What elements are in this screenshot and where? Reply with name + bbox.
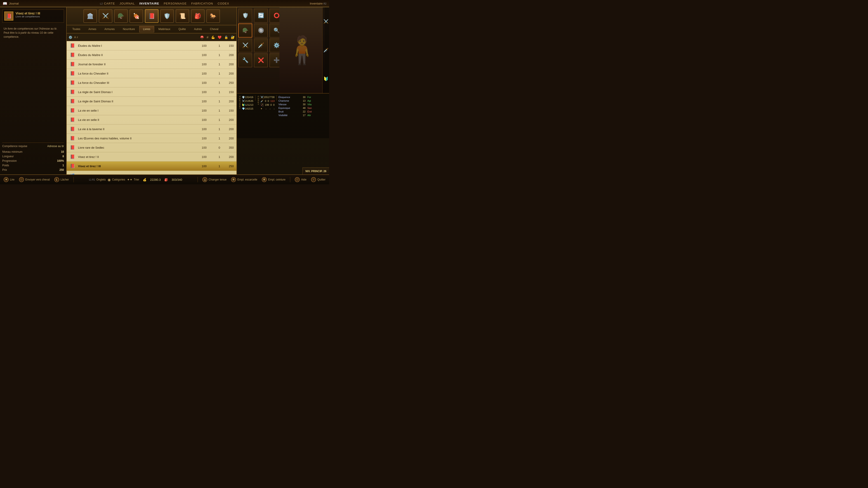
action-aide[interactable]: □ Aide	[295, 177, 307, 182]
item-list[interactable]: 📕Études du Maître I1001150📕Études du Maî…	[67, 41, 237, 174]
tab-toutes[interactable]: Toutes	[68, 26, 84, 32]
cat-icon-books[interactable]: 📕	[145, 9, 158, 23]
item-row[interactable]: 📕Visez et tirez ! II1001200	[67, 152, 237, 162]
btn-changer-tenue[interactable]: △	[202, 177, 207, 182]
action-onglets[interactable]: L1 R1 Onglets	[89, 178, 106, 181]
item-row[interactable]: 📕Livre rare de Sedlec1000350	[67, 143, 237, 152]
btn-ceinture[interactable]: R	[262, 177, 267, 182]
nav-journal[interactable]: JOURNAL	[120, 2, 135, 5]
filter-bar: ⚙️ Az ⛑️ # 💪 ❤️ 🔒 🔐	[67, 33, 237, 41]
action-changer-tenue[interactable]: △ Changer tenue	[202, 177, 226, 182]
armes-0-0: 155	[264, 96, 268, 99]
item-row-col1: 100	[193, 44, 207, 47]
action-escarcelle[interactable]: R Empl. escarcelle	[231, 177, 257, 182]
equip-slot-4[interactable]: 🔘	[254, 24, 268, 37]
stat-progression-value: 100%	[57, 159, 64, 162]
stats-area: ARMURES 🛡️ 13 14 16 ⚔️ 21 35 35	[237, 93, 329, 138]
equip-slot-1[interactable]: 🔄	[254, 8, 268, 23]
filter-icon[interactable]: ⚙️	[68, 35, 72, 39]
item-row-col2: 1	[207, 63, 220, 66]
tab-armures[interactable]: Armures	[101, 26, 119, 32]
nav-fabrication[interactable]: FABRICATION	[191, 2, 213, 5]
item-row[interactable]: 📕La force du Chevalier II1001200	[67, 69, 237, 78]
equip-slot-0[interactable]: 🛡️	[238, 8, 252, 23]
item-row[interactable]: 📕La vie en selle II1001200	[67, 115, 237, 125]
equip-slot-9[interactable]: 🔧	[238, 53, 252, 67]
equip-slot-7[interactable]: 🗡️	[254, 38, 268, 53]
action-trier[interactable]: ✦✦ Trier	[127, 178, 139, 182]
armes-row-3: ✦ - - -	[260, 107, 275, 111]
btn-aide[interactable]: □	[295, 177, 300, 182]
sort-az-icon[interactable]: Az	[74, 36, 78, 39]
tab-quete[interactable]: Quête	[175, 26, 190, 32]
stat-progression-label: Progression	[2, 159, 17, 162]
quitter-label: Quitter	[317, 178, 326, 181]
character-area: 🛡️ 🔄 ⭕ 🪖 🔘 🔍 ⚔️ 🗡️ ⚙️ 🔧 ❌ ➕ 🧍	[237, 7, 329, 93]
btn-lire[interactable]: ✕	[4, 177, 8, 182]
cat-icon-all[interactable]: 🏛️	[84, 9, 97, 23]
tab-nourriture[interactable]: Nourriture	[119, 26, 138, 32]
item-row-col3: 350	[220, 146, 234, 149]
item-row[interactable]: 📕Études du Maître I1001150	[67, 41, 237, 51]
journal-text: Journal	[9, 2, 19, 5]
nav-inventaire[interactable]: INVENTAIRE	[139, 2, 159, 5]
item-row[interactable]: 📕Journal de forestier II1001200	[67, 60, 237, 69]
stat-niveau-label: Niveau minimum	[2, 150, 22, 153]
cat-icon-others[interactable]: 🎒	[191, 9, 205, 23]
equip-slot-6[interactable]: ⚔️	[238, 38, 252, 53]
item-row[interactable]: 📕La vie à la taverne II1001200	[67, 125, 237, 134]
item-row-name: Visez et tirez ! II	[78, 155, 193, 159]
tab-cheval[interactable]: Cheval	[206, 26, 222, 32]
lire-label: Lire	[10, 178, 14, 181]
armures-3-2: 15	[251, 107, 253, 110]
cat-icon-materials[interactable]: 🛡️	[160, 9, 174, 23]
item-row[interactable]: 📕La règle de Saint Dismas I1001150	[67, 88, 237, 97]
armures-row-2: 🔰 12 12 13	[242, 103, 253, 107]
btn-envoyer[interactable]: □	[19, 177, 24, 182]
action-quitter[interactable]: ○ Quitter	[311, 177, 326, 182]
tab-autres[interactable]: Autres	[190, 26, 206, 32]
item-row-icon: 📕	[69, 52, 76, 58]
nav-personnage[interactable]: PERSONNAGE	[164, 2, 187, 5]
category-icons-bar: 🏛️ ⚔️ 🪖 🍖 📕 🛡️ 📜 🎒 🐎	[67, 7, 237, 25]
item-row[interactable]: 🗺️Cartes	[67, 171, 237, 174]
skill-required: Compétence requise Adresse au tir	[2, 144, 64, 148]
btn-quitter[interactable]: ○	[311, 177, 316, 182]
cat-icon-armor[interactable]: 🪖	[114, 9, 128, 23]
tab-armes[interactable]: Armes	[85, 26, 100, 32]
nav-codex[interactable]: CODEX	[218, 2, 229, 5]
btn-lacher[interactable]: L	[54, 177, 59, 182]
equip-slot-3[interactable]: 🪖	[238, 24, 252, 37]
armures-0-1: 14	[248, 96, 250, 99]
action-ceinture[interactable]: R Empl. ceinture	[262, 177, 285, 182]
cat-icon-weapons[interactable]: ⚔️	[99, 9, 112, 23]
item-row[interactable]: 📕La vie en selle I1001150	[67, 106, 237, 115]
action-envoyer[interactable]: □ Envoyer vers cheval	[19, 177, 50, 182]
nav-carte[interactable]: L2 CARTE	[100, 2, 115, 5]
btn-escarcelle[interactable]: R	[231, 177, 236, 182]
item-row[interactable]: 📕La règle de Saint Dismas II1001200	[67, 97, 237, 106]
armures-section: ARMURES 🛡️ 13 14 16 ⚔️ 21 35 35	[239, 95, 253, 136]
cat-icon-quest[interactable]: 📜	[176, 9, 189, 23]
sec-skill-2: Vita	[307, 103, 327, 106]
item-row[interactable]: 📕Visez et tirez ! III1001250	[67, 162, 237, 171]
item-row[interactable]: 📕Études du Maître II1001200	[67, 51, 237, 60]
action-lire[interactable]: ✕ Lire	[4, 177, 14, 182]
stat-prix-value: 250	[59, 168, 64, 171]
action-categories[interactable]: ◉ Catégories	[107, 177, 125, 182]
item-row[interactable]: 📕La force du Chevalier III1001250	[67, 78, 237, 88]
trier-label: Trier	[134, 178, 139, 181]
action-lacher[interactable]: L Lâcher	[54, 177, 69, 182]
item-row-col1: 100	[193, 155, 207, 159]
tab-livres[interactable]: Livres	[139, 26, 154, 32]
armes-stats-col: ⚔️ 155 177 30 🗡️ 0 0 113 🏹 199 0	[260, 95, 275, 111]
cat-icon-food[interactable]: 🍖	[129, 9, 143, 23]
armures-stats-col: 🛡️ 13 14 16 ⚔️ 21 35 35 🔰 12 12	[242, 95, 253, 111]
item-row[interactable]: 📕Les Œuvres des mains habiles, volume II…	[67, 134, 237, 143]
tab-materiaux[interactable]: Matériaux	[155, 26, 174, 32]
item-icon: 📕	[4, 11, 13, 21]
journal-label: 📖 Journal	[3, 1, 19, 6]
equipment-grid: 🛡️ 🔄 ⭕ 🪖 🔘 🔍 ⚔️ 🗡️ ⚙️ 🔧 ❌ ➕	[237, 7, 284, 69]
equip-slot-10[interactable]: ❌	[254, 53, 268, 67]
cat-icon-horse[interactable]: 🐎	[206, 9, 220, 23]
